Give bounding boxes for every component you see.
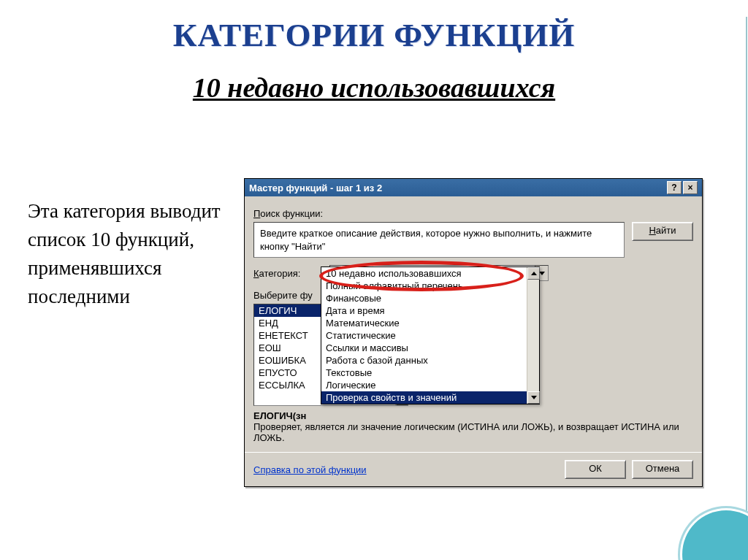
dialog-title: Мастер функций - шаг 1 из 2 xyxy=(249,183,665,193)
search-row: Введите краткое описание действия, котор… xyxy=(253,222,693,258)
dropdown-item[interactable]: Полный алфавитный перечень xyxy=(321,280,539,292)
dropdown-item[interactable]: Текстовые xyxy=(321,367,539,379)
slide-title: КАТЕГОРИИ ФУНКЦИЙ xyxy=(0,16,748,54)
function-wizard-dialog: Мастер функций - шаг 1 из 2 ? × Поиск фу… xyxy=(244,178,703,487)
help-link[interactable]: Справка по этой функции xyxy=(253,464,367,475)
category-dropdown-open[interactable]: 10 недавно использовавшихся Полный алфав… xyxy=(321,266,540,404)
dropdown-item[interactable]: Логические xyxy=(321,379,539,391)
dropdown-item[interactable]: Проверка свойств и значений xyxy=(321,391,539,404)
footer-buttons: ОК Отмена xyxy=(565,460,693,479)
slide: КАТЕГОРИИ ФУНКЦИЙ 10 недавно использовав… xyxy=(0,16,748,560)
close-button[interactable]: × xyxy=(683,181,698,194)
dropdown-item[interactable]: Дата и время xyxy=(321,304,539,317)
slide-body-text: Эта категория выводит список 10 функций,… xyxy=(28,197,240,312)
scrollbar[interactable] xyxy=(527,267,539,404)
dialog-footer: Справка по этой функции ОК Отмена xyxy=(245,452,702,486)
cancel-button[interactable]: Отмена xyxy=(632,460,693,479)
slide-subtitle: 10 недавно использовавшихся xyxy=(0,72,748,104)
dropdown-item[interactable]: 10 недавно использовавшихся xyxy=(321,267,539,280)
help-button[interactable]: ? xyxy=(667,181,682,194)
dropdown-item[interactable]: Ссылки и массивы xyxy=(321,342,539,354)
search-input[interactable]: Введите краткое описание действия, котор… xyxy=(253,222,625,258)
dialog-titlebar[interactable]: Мастер функций - шаг 1 из 2 ? × xyxy=(245,179,702,196)
scroll-up-icon[interactable] xyxy=(527,267,540,280)
category-label: Категория: xyxy=(253,268,324,279)
dropdown-item[interactable]: Математические xyxy=(321,317,539,329)
dropdown-item[interactable]: Статистические xyxy=(321,329,539,342)
dropdown-item[interactable]: Финансовые xyxy=(321,292,539,304)
function-description: Проверяет, является ли значение логическ… xyxy=(253,421,693,443)
dropdown-item[interactable]: Работа с базой данных xyxy=(321,354,539,367)
function-signature: ЕЛОГИЧ(зн xyxy=(253,410,693,421)
find-button[interactable]: Найти xyxy=(632,222,693,241)
corner-decoration xyxy=(682,510,748,560)
ok-button[interactable]: ОК xyxy=(565,460,626,479)
search-label: Поиск функции: xyxy=(253,208,693,219)
function-description-block: ЕЛОГИЧ(зн Проверяет, является ли значени… xyxy=(253,410,693,443)
scroll-down-icon[interactable] xyxy=(527,391,540,404)
dialog-body: Поиск функции: Введите краткое описание … xyxy=(245,196,702,452)
